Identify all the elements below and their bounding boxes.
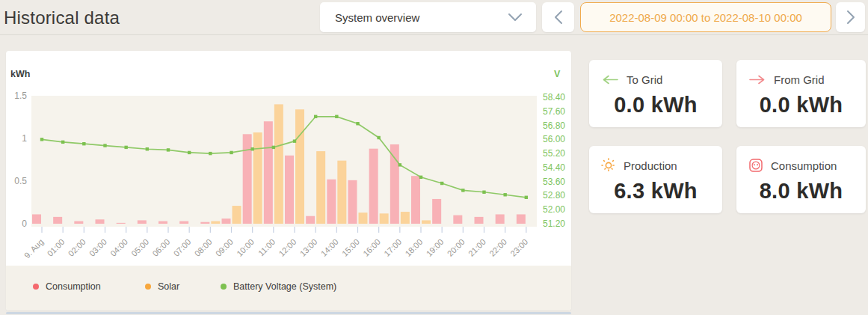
battery-voltage-point[interactable] (440, 182, 443, 185)
x-axis-label: 22:00 (487, 237, 508, 258)
battery-voltage-point[interactable] (61, 141, 64, 144)
consumption-bar[interactable] (496, 214, 505, 224)
solar-bar[interactable] (380, 213, 389, 224)
battery-voltage-point[interactable] (230, 151, 233, 154)
solar-bar[interactable] (253, 132, 262, 224)
x-axis-label: 12:00 (277, 237, 298, 258)
consumption-bar[interactable] (285, 156, 294, 224)
consumption-bar[interactable] (243, 134, 252, 224)
consumption-bar[interactable] (222, 218, 231, 224)
battery-voltage-point[interactable] (272, 146, 275, 149)
battery-voltage-point[interactable] (356, 122, 359, 125)
consumption-bar[interactable] (264, 121, 273, 224)
consumption-bar[interactable] (369, 149, 378, 224)
consumption-bar[interactable] (390, 144, 399, 224)
solar-bar[interactable] (295, 109, 304, 224)
consumption-bar[interactable] (517, 214, 526, 224)
battery-voltage-point[interactable] (293, 139, 296, 142)
right-axis-tick: 55.20 (543, 148, 565, 159)
solar-bar[interactable] (274, 104, 283, 224)
arrow-right-icon (748, 75, 766, 85)
right-axis-tick: 58.40 (543, 92, 565, 103)
right-axis-tick: 52.00 (543, 204, 565, 215)
date-range-picker[interactable]: 2022-08-09 00:00 to 2022-08-10 00:00 (580, 2, 831, 32)
battery-voltage-point[interactable] (377, 136, 380, 139)
x-axis-label: 20:00 (446, 237, 467, 258)
consumption-bar[interactable] (138, 220, 147, 224)
x-axis-label: 10:00 (235, 237, 256, 258)
x-axis-label: 9. Aug (22, 237, 46, 260)
x-axis-label: 21:00 (467, 237, 487, 258)
consumption-bar[interactable] (179, 221, 188, 224)
consumption-bar[interactable] (432, 199, 441, 224)
x-axis-label: 13:00 (298, 237, 319, 258)
solar-bar[interactable] (211, 221, 220, 224)
consumption-bar[interactable] (306, 216, 315, 224)
x-axis-label: 17:00 (382, 237, 403, 258)
solar-bar[interactable] (233, 206, 241, 224)
x-axis-label: 01:00 (46, 237, 67, 258)
plot-area[interactable] (31, 96, 537, 227)
horizontal-scrollbar[interactable] (6, 312, 571, 314)
right-axis-tick: 54.40 (543, 162, 565, 173)
left-axis-unit: kWh (10, 69, 30, 79)
solar-bar[interactable] (401, 212, 410, 224)
right-axis-tick: 51.20 (543, 218, 565, 229)
x-axis-label: 02:00 (67, 237, 87, 258)
consumption-bar[interactable] (53, 217, 62, 224)
view-selector-dropdown[interactable]: System overview (320, 2, 536, 32)
battery-voltage-point[interactable] (525, 196, 528, 199)
battery-voltage-point[interactable] (461, 189, 464, 192)
battery-voltage-point[interactable] (146, 147, 149, 150)
battery-voltage-point[interactable] (314, 115, 317, 118)
battery-voltage-point[interactable] (503, 193, 506, 196)
consumption-bar[interactable] (453, 215, 462, 224)
right-axis-tick: 57.60 (543, 106, 565, 117)
battery-voltage-point[interactable] (419, 176, 422, 179)
consumption-bar[interactable] (327, 180, 336, 224)
battery-voltage-point[interactable] (335, 115, 338, 118)
page-title: Historical data (4, 7, 120, 28)
battery-voltage-point[interactable] (250, 147, 253, 150)
legend-item-consumption[interactable]: Consumption (33, 281, 101, 292)
left-axis-tick: 0 (22, 218, 27, 229)
consumption-bar[interactable] (117, 223, 126, 224)
historical-chart[interactable]: kWhV1.510.5058.4057.6056.8056.0055.2054.… (6, 51, 571, 266)
stat-card-consumption: Consumption 8.0 kWh (736, 146, 866, 213)
chevron-down-icon (508, 13, 523, 22)
battery-voltage-point[interactable] (40, 138, 43, 141)
x-axis-label: 16:00 (361, 237, 382, 258)
battery-voltage-point[interactable] (82, 142, 85, 145)
battery-voltage-point[interactable] (482, 191, 485, 194)
consumption-bar[interactable] (348, 180, 357, 224)
battery-voltage-point[interactable] (398, 163, 401, 166)
solar-bar[interactable] (316, 151, 325, 224)
right-axis-tick: 53.60 (543, 177, 565, 187)
right-axis-tick: 52.80 (543, 190, 565, 201)
battery-voltage-point[interactable] (124, 146, 127, 149)
battery-voltage-point[interactable] (188, 151, 191, 154)
consumption-bar[interactable] (96, 219, 105, 224)
previous-period-button[interactable] (542, 2, 574, 32)
battery-voltage-point[interactable] (209, 152, 212, 155)
left-axis-tick: 0.5 (14, 176, 27, 186)
consumption-bar[interactable] (74, 221, 83, 224)
battery-voltage-point[interactable] (103, 144, 106, 147)
next-period-button[interactable] (836, 2, 865, 32)
battery-voltage-point[interactable] (167, 148, 170, 151)
stat-label: Consumption (771, 159, 837, 172)
consumption-bar[interactable] (411, 176, 420, 224)
consumption-bar[interactable] (32, 214, 41, 224)
legend-item-solar[interactable]: Solar (145, 281, 179, 292)
x-axis-label: 05:00 (129, 237, 150, 258)
consumption-bar[interactable] (475, 217, 484, 224)
solar-bar[interactable] (337, 161, 346, 224)
legend-item-battery-voltage[interactable]: Battery Voltage (System) (221, 281, 336, 292)
solar-bar[interactable] (422, 220, 431, 224)
consumption-bar[interactable] (200, 222, 209, 224)
consumption-bar[interactable] (158, 221, 167, 224)
x-axis-label: 07:00 (172, 237, 193, 258)
chevron-left-icon (554, 10, 563, 25)
x-axis-label: 11:00 (256, 237, 277, 257)
solar-bar[interactable] (359, 212, 368, 224)
